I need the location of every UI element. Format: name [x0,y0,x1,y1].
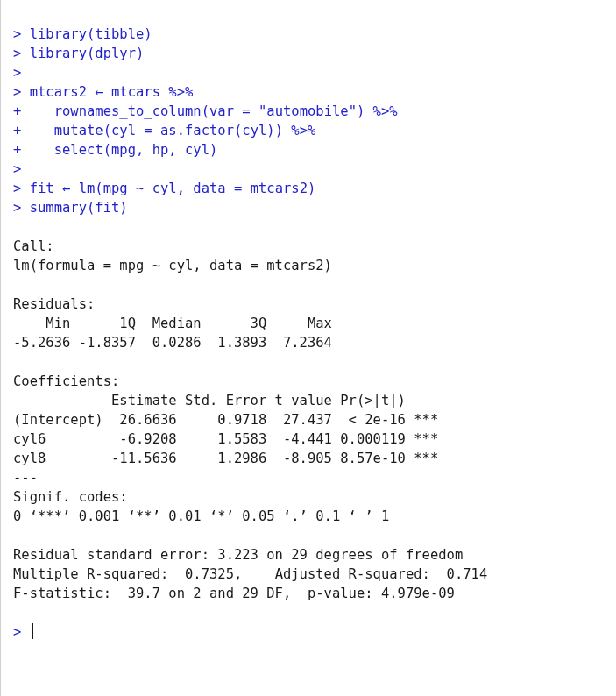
console-output-line: Residuals: [13,296,95,312]
console-output-line: (Intercept) 26.6636 0.9718 27.437 < 2e-1… [13,412,438,428]
console-output-line: --- [13,470,38,486]
text-cursor [32,623,33,639]
console-input-line: > [13,161,30,177]
console-input-line: + mutate(cyl = as.factor(cyl)) %>% [13,123,315,138]
console-input-line: + rownames_to_column(var = "automobile")… [13,103,398,119]
console-output-line: Call: [13,238,54,254]
console-output-line: Residual standard error: 3.223 on 29 deg… [13,547,463,563]
console-output-line: lm(formula = mpg ~ cyl, data = mtcars2) [13,258,332,273]
console-input-line: > library(tibble) [13,26,152,42]
console-output-line: Min 1Q Median 3Q Max [13,316,340,331]
console-input-line: > mtcars2 ← mtcars %>% [13,84,193,100]
console-output-line: Signif. codes: [13,489,144,505]
console-input-line: > fit ← lm(mpg ~ cyl, data = mtcars2) [13,181,315,196]
r-console[interactable]: > library(tibble) > library(dplyr) > > m… [0,0,616,696]
console-input-line: + select(mpg, hp, cyl) [13,142,217,158]
console-input-line: > library(dplyr) [13,46,144,61]
console-output-line: Estimate Std. Error t value Pr(>|t|) [13,393,438,408]
console-prompt[interactable]: > [13,624,33,640]
console-input-line: > [13,65,30,81]
console-output-line: 0 ‘***’ 0.001 ‘**’ 0.01 ‘*’ 0.05 ‘.’ 0.1… [13,508,389,524]
console-output-line: cyl6 -6.9208 1.5583 -4.441 0.000119 *** [13,431,438,447]
console-output-line: Multiple R-squared: 0.7325, Adjusted R-s… [13,566,496,582]
console-input-line: > summary(fit) [13,200,128,216]
console-output-line: F-statistic: 39.7 on 2 and 29 DF, p-valu… [13,586,455,601]
console-output-line: cyl8 -11.5636 1.2986 -8.905 8.57e-10 *** [13,451,438,466]
console-output-line: -5.2636 -1.8357 0.0286 1.3893 7.2364 [13,335,340,351]
console-output-line: Coefficients: [13,373,119,389]
